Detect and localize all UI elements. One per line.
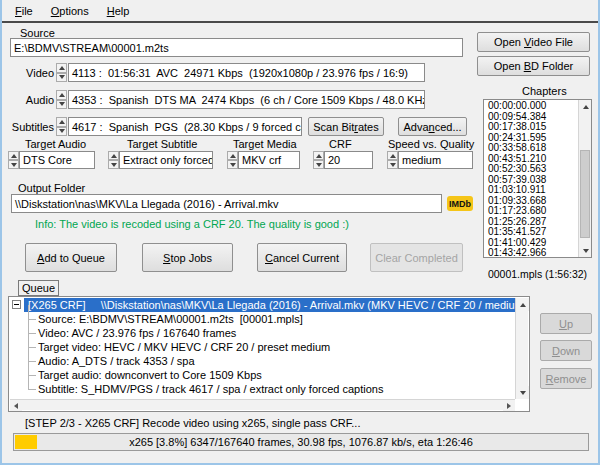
target-audio-field[interactable]: DTS Core [19, 151, 95, 169]
target-media-spinner[interactable] [227, 151, 238, 169]
audio-track-field[interactable]: 4353 : Spanish DTS MA 2474 Kbps (6 ch / … [68, 90, 425, 109]
chapters-label: Chapters [522, 85, 567, 97]
scroll-down-icon[interactable] [516, 386, 529, 399]
chapter-item[interactable]: 00:00:00.000 [484, 101, 577, 112]
queue-detail-row[interactable]: Target video: HEVC / MKV HEVC / CRF 20 /… [9, 340, 515, 354]
spin-up-icon [316, 154, 322, 158]
imdb-button[interactable]: IMDb [447, 196, 473, 211]
target-subtitle-field[interactable]: Extract only forced [119, 151, 213, 169]
target-media-label: Target Media [233, 138, 297, 150]
target-audio-value: DTS Core [23, 154, 72, 166]
queue-horizontal-scrollbar[interactable] [10, 399, 515, 410]
queue-detail-text: Subtitle: S_HDMV/PGS / track 4617 / spa … [38, 383, 383, 395]
queue-label: Queue [18, 280, 59, 296]
queue-remove-button[interactable]: Remove [540, 368, 592, 389]
scroll-up-icon[interactable] [516, 298, 529, 311]
video-track-field[interactable]: 4113 : 01:56:31 AVC 24971 Kbps (1920x108… [68, 63, 425, 82]
audio-track-spinner[interactable] [56, 90, 67, 109]
menu-bar: File Options Help [2, 0, 598, 21]
chapters-list[interactable]: 00:00:00.000 00:09:54.384 00:17:38.015 0… [483, 99, 592, 258]
spin-up-icon [111, 154, 117, 158]
chapter-item[interactable]: 01:35:41.527 [484, 227, 577, 238]
queue-detail-row[interactable]: Audio: A_DTS / track 4353 / spa [9, 354, 515, 368]
queue-up-button[interactable]: Up [540, 313, 592, 334]
menu-help[interactable]: Help [98, 2, 139, 20]
spin-up-icon [59, 66, 65, 70]
source-input[interactable]: E:\BDMV\STREAM\00001.m2ts [10, 38, 463, 57]
queue-down-button[interactable]: Down [540, 340, 592, 361]
collapse-icon[interactable] [12, 300, 21, 309]
spin-up-icon [230, 154, 236, 158]
target-subtitle-spinner[interactable] [108, 151, 119, 169]
menu-file[interactable]: File [6, 2, 42, 20]
add-to-queue-button[interactable]: Add to Queue [25, 243, 117, 272]
scan-bitrates-button[interactable]: Scan Bitrates [308, 117, 384, 136]
queue-detail-row[interactable]: Source: E:\BDMV\STREAM\00001.m2ts [00001… [9, 312, 515, 326]
chapter-item[interactable]: 00:33:58.618 [484, 143, 577, 154]
source-value: E:\BDMV\STREAM\00001.m2ts [14, 42, 169, 54]
queue-vertical-scrollbar[interactable] [515, 298, 528, 399]
advanced-button[interactable]: Advanced... [398, 117, 467, 136]
queue-detail-row[interactable]: Video: AVC / 23.976 fps / 167640 frames [9, 326, 515, 340]
queue-tree[interactable]: [X265 CRF] \\Diskstation\nas\MKV\La Lleg… [8, 296, 530, 412]
scroll-up-icon[interactable] [579, 100, 592, 113]
speed-quality-label: Speed vs. Quality [388, 138, 474, 150]
queue-detail-row[interactable]: Subtitle: S_HDMV/PGS / track 4617 / spa … [9, 382, 515, 396]
video-label: Video [0, 67, 54, 79]
menu-separator [0, 21, 600, 23]
chapter-item[interactable]: 01:43:42.966 [484, 248, 577, 258]
cancel-current-button[interactable]: Cancel Current [257, 243, 347, 272]
chapters-scrollbar[interactable] [578, 100, 591, 257]
target-media-field[interactable]: MKV crf [238, 151, 300, 169]
spin-down-icon [390, 163, 396, 167]
clear-completed-button[interactable]: Clear Completed [370, 243, 463, 272]
target-subtitle-value: Extract only forced [123, 154, 213, 166]
spin-down-icon [111, 163, 117, 167]
queue-detail-text: Source: E:\BDMV\STREAM\00001.m2ts [00001… [38, 313, 303, 325]
encode-progress-bar: x265 [3.8%] 6347/167640 frames, 30.98 fp… [13, 433, 589, 451]
output-folder-input[interactable]: \\Diskstation\nas\MKV\La Llegada (2016) … [11, 194, 442, 213]
subtitles-track-spinner[interactable] [56, 117, 67, 136]
queue-detail-text: Target video: HEVC / MKV HEVC / CRF 20 /… [38, 341, 330, 353]
chapter-item[interactable]: 00:52:30.563 [484, 164, 577, 175]
scroll-right-icon[interactable] [503, 400, 515, 411]
video-track-spinner[interactable] [56, 63, 67, 82]
output-folder-value: \\Diskstation\nas\MKV\La Llegada (2016) … [15, 198, 279, 210]
audio-label: Audio [0, 94, 54, 106]
scrollbar-thumb[interactable] [580, 150, 590, 238]
chapter-item[interactable]: 01:03:10.911 [484, 185, 577, 196]
playlist-duration-label: 00001.mpls (1:56:32) [483, 268, 592, 280]
open-video-file-button[interactable]: Open Video File [477, 32, 590, 52]
app-window: File Options Help Source E:\BDMV\STREAM\… [0, 0, 600, 465]
target-media-value: MKV crf [242, 154, 281, 166]
queue-detail-row[interactable]: Target audio: downconvert to Core 1509 K… [9, 368, 515, 382]
spin-up-icon [390, 154, 396, 158]
chapter-item[interactable]: 01:17:23.680 [484, 206, 577, 217]
stop-jobs-button[interactable]: Stop Jobs [142, 243, 233, 272]
target-subtitle-label: Target Subtitle [127, 138, 197, 150]
crf-field[interactable]: 20 [324, 151, 373, 169]
open-bd-folder-button[interactable]: Open BD Folder [477, 56, 590, 76]
queue-job-row-selected[interactable]: [X265 CRF] \\Diskstation\nas\MKV\La Lleg… [24, 298, 515, 312]
subtitles-track-field[interactable]: 4617 : Spanish PGS (28.30 Kbps / 9 force… [68, 117, 302, 136]
speed-quality-spinner[interactable] [387, 151, 398, 169]
menu-options[interactable]: Options [42, 2, 98, 20]
speed-quality-field[interactable]: medium [398, 151, 473, 169]
spin-down-icon [59, 75, 65, 79]
scroll-down-icon[interactable] [579, 244, 592, 257]
queue-detail-text: Video: AVC / 23.976 fps / 167640 frames [38, 327, 236, 339]
output-folder-label: Output Folder [18, 182, 85, 194]
chapter-item[interactable]: 00:17:38.015 [484, 122, 577, 133]
spin-down-icon [11, 163, 17, 167]
target-audio-label: Target Audio [25, 138, 86, 150]
crf-spinner[interactable] [313, 151, 324, 169]
progress-text: x265 [3.8%] 6347/167640 frames, 30.98 fp… [14, 434, 588, 450]
spin-up-icon [59, 93, 65, 97]
subtitles-track-value: 4617 : Spanish PGS (28.30 Kbps / 9 force… [72, 121, 302, 133]
scroll-left-icon[interactable] [10, 400, 22, 411]
target-audio-spinner[interactable] [8, 151, 19, 169]
queue-tree-content: [X265 CRF] \\Diskstation\nas\MKV\La Lleg… [9, 297, 515, 399]
window-border [0, 0, 2, 465]
speed-quality-value: medium [402, 154, 441, 166]
spin-down-icon [230, 163, 236, 167]
